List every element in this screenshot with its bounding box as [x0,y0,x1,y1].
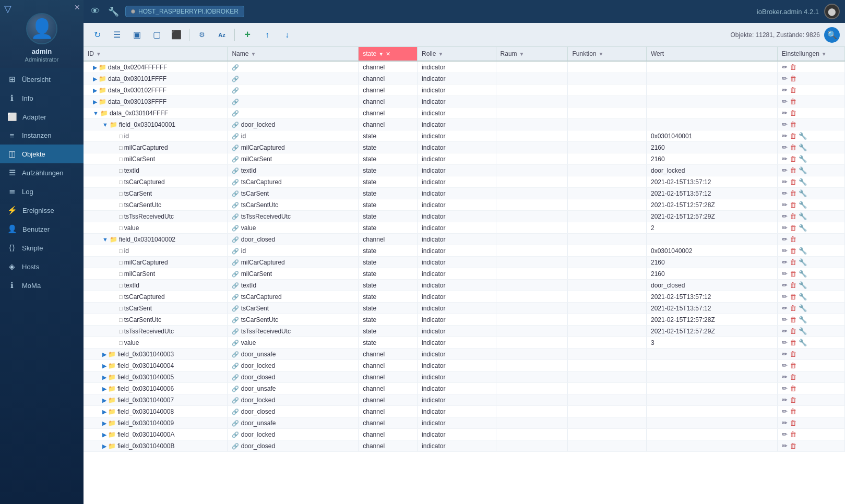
col-header-id[interactable]: ID ▼ [84,47,228,61]
link-icon[interactable]: 🔗 [232,145,239,151]
sort-settings-icon[interactable]: ▼ [822,51,827,57]
delete-icon[interactable]: 🗑 [790,258,796,266]
delete-icon[interactable]: 🗑 [790,212,796,220]
settings-icon[interactable]: 🔧 [799,143,807,151]
sidebar-item-ereignisse[interactable]: ⚡Ereignisse [0,201,84,220]
col-header-raum[interactable]: Raum ▼ [496,47,568,61]
link-icon[interactable]: 🔗 [232,328,239,334]
link-icon[interactable]: 🔗 [232,397,239,403]
col-header-settings[interactable]: Einstellungen ▼ [777,47,844,61]
delete-icon[interactable]: 🗑 [790,75,796,82]
refresh-button[interactable]: ↻ [89,27,105,43]
edit-icon[interactable]: ✏ [782,75,788,82]
delete-icon[interactable]: 🗑 [790,407,796,415]
edit-icon[interactable]: ✏ [782,166,788,174]
expand-icon[interactable]: ▼ [93,110,99,116]
settings-icon[interactable]: 🔧 [799,293,807,301]
delete-icon[interactable]: 🗑 [790,178,796,186]
link-icon[interactable]: 🔗 [232,236,239,243]
edit-icon[interactable]: ✏ [782,281,788,289]
expand-icon[interactable]: ▶ [93,99,97,105]
sidebar-item-instanzen[interactable]: ≡Instanzen [0,126,84,145]
delete-icon[interactable]: 🗑 [790,86,796,94]
delete-icon[interactable]: 🗑 [790,270,796,278]
delete-icon[interactable]: 🗑 [790,385,796,392]
settings-icon[interactable]: 🔧 [799,155,807,163]
edit-icon[interactable]: ✏ [782,442,788,450]
edit-icon[interactable]: ✏ [782,339,788,346]
delete-icon[interactable]: 🗑 [790,339,796,346]
expand-icon[interactable]: ▶ [93,64,97,70]
expand-icon[interactable]: ▶ [102,443,106,449]
delete-icon[interactable]: 🗑 [790,121,796,128]
list-view-button[interactable]: ☰ [109,27,125,43]
sort-rolle-icon[interactable]: ▼ [438,51,443,57]
edit-icon[interactable]: ✏ [782,143,788,151]
edit-icon[interactable]: ✏ [782,327,788,335]
host-badge[interactable]: HOST_RASPBERRYPI.IOBROKER [125,6,244,17]
link-icon[interactable]: 🔗 [232,76,239,82]
filter-state-arrow[interactable]: ▼ [378,51,384,57]
edit-icon[interactable]: ✏ [782,247,788,255]
delete-icon[interactable]: 🗑 [790,419,796,427]
edit-icon[interactable]: ✏ [782,201,788,209]
link-icon[interactable]: 🔗 [232,167,239,174]
settings-icon[interactable]: 🔧 [799,316,807,323]
link-icon[interactable]: 🔗 [232,248,239,254]
col-header-funktion[interactable]: Funktion ▼ [568,47,646,61]
sidebar-item-adapter[interactable]: ⬜Adapter [0,107,84,126]
settings-icon[interactable]: 🔧 [799,258,807,266]
link-icon[interactable]: 🔗 [232,259,239,266]
delete-icon[interactable]: 🗑 [790,98,796,105]
sort-id-icon[interactable]: ▼ [96,51,101,57]
edit-icon[interactable]: ✏ [782,109,788,117]
edit-icon[interactable]: ✏ [782,373,788,381]
sidebar-item-log[interactable]: ≣Log [0,182,84,201]
topbar-user-icon[interactable]: ⬤ [824,4,840,19]
settings-icon[interactable]: 🔧 [799,304,807,312]
delete-icon[interactable]: 🗑 [790,132,796,140]
sidebar-item-moma[interactable]: ℹMoMa [0,276,84,295]
settings-icon[interactable]: 🔧 [799,339,807,346]
link-icon[interactable]: 🔗 [232,443,239,449]
delete-icon[interactable]: 🗑 [790,143,796,151]
edit-icon[interactable]: ✏ [782,316,788,323]
col-header-rolle[interactable]: Rolle ▼ [418,47,496,61]
delete-icon[interactable]: 🗑 [790,63,796,71]
edit-icon[interactable]: ✏ [782,419,788,427]
grid-view-button[interactable]: ▣ [128,27,145,43]
link-icon[interactable]: 🔗 [232,431,239,438]
link-icon[interactable]: 🔗 [232,374,239,380]
delete-icon[interactable]: 🗑 [790,247,796,255]
link-icon[interactable]: 🔗 [232,213,239,220]
edit-icon[interactable]: ✏ [782,270,788,278]
link-icon[interactable]: 🔗 [232,340,239,346]
settings-icon[interactable]: 🔧 [799,224,807,232]
edit-icon[interactable]: ✏ [782,304,788,312]
settings-view-button[interactable]: ⬛ [168,27,185,43]
settings-icon[interactable]: 🔧 [799,247,807,255]
sidebar-item-skripte[interactable]: ⟨⟩Skripte [0,238,84,257]
filter-state-close[interactable]: ✕ [386,51,390,57]
settings-icon[interactable]: 🔧 [799,178,807,186]
download-button[interactable]: ↓ [279,27,295,43]
sidebar-item-objekte[interactable]: ◫Objekte [0,145,84,163]
expand-icon[interactable]: ▶ [102,363,106,369]
delete-icon[interactable]: 🗑 [790,293,796,301]
sidebar-item-info[interactable]: ℹInfo [0,89,84,107]
edit-icon[interactable]: ✏ [782,396,788,404]
expand-icon[interactable]: ▶ [93,76,97,82]
sort-funktion-icon[interactable]: ▼ [599,51,604,57]
col-header-name[interactable]: Name ▼ [228,47,359,61]
col-header-wert[interactable]: Wert [646,47,777,61]
link-icon[interactable]: 🔗 [232,133,239,139]
link-icon[interactable]: 🔗 [232,409,239,415]
eye-icon[interactable]: 👁 [89,4,102,19]
delete-icon[interactable]: 🗑 [790,316,796,323]
expand-icon[interactable]: ▶ [102,397,106,403]
card-view-button[interactable]: ▢ [148,27,165,43]
az-sort-button[interactable]: Az [213,27,230,43]
add-button[interactable]: + [239,27,256,43]
expand-icon[interactable]: ▶ [102,431,106,438]
delete-icon[interactable]: 🗑 [790,281,796,289]
